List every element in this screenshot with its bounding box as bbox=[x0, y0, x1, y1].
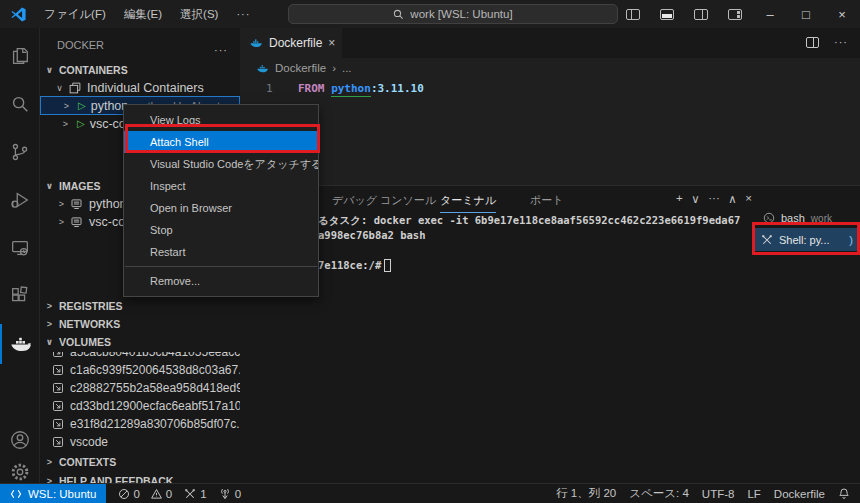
tasks-indicator[interactable]: 1 bbox=[184, 488, 206, 500]
volumes-list: a5cacb80401b5cb4a1055eeacc0e... c1a6c939… bbox=[40, 352, 240, 456]
docker-view-icon[interactable] bbox=[0, 324, 40, 364]
tab-label: Dockerfile bbox=[269, 36, 322, 50]
bell-icon[interactable] bbox=[838, 487, 850, 500]
remote-explorer-icon[interactable] bbox=[0, 228, 40, 268]
chevron-down-icon: ∨ bbox=[54, 83, 65, 93]
terminal-output[interactable]: るタスク: docker exec -it 6b9e17e118ce8aaf56… bbox=[318, 213, 740, 273]
editor-more-icon[interactable]: ··· bbox=[834, 36, 848, 48]
vscode-logo bbox=[10, 6, 27, 23]
tab-terminal[interactable]: ターミナル bbox=[440, 193, 496, 213]
annotation-box-shell-terminal bbox=[752, 222, 860, 255]
editor-tab-bar: Dockerfile × bbox=[240, 28, 860, 58]
activity-bar bbox=[0, 28, 40, 483]
volume-icon bbox=[52, 418, 64, 430]
antenna-icon bbox=[219, 488, 231, 500]
remote-icon bbox=[10, 488, 22, 500]
breadcrumb-file: Dockerfile bbox=[275, 62, 326, 74]
volume-icon bbox=[52, 400, 64, 412]
window-minimize-button[interactable]: – bbox=[752, 7, 788, 22]
encoding[interactable]: UTF-8 bbox=[702, 488, 735, 500]
toggle-secondary-sidebar-icon[interactable] bbox=[694, 9, 708, 20]
search-view-icon[interactable] bbox=[0, 84, 40, 124]
annotation-box-attach-shell bbox=[125, 124, 320, 153]
menu-edit[interactable]: 編集(E) bbox=[115, 7, 171, 22]
eol[interactable]: LF bbox=[747, 488, 760, 500]
editor-code-area[interactable]: 1 FROM python:3.11.10 bbox=[240, 78, 860, 185]
window-close-button[interactable]: × bbox=[824, 7, 860, 22]
panel-maximize-icon[interactable]: ∧ bbox=[728, 192, 736, 206]
tools-icon bbox=[184, 488, 196, 500]
volume-icon bbox=[52, 382, 64, 394]
terminal-dropdown-icon[interactable]: ∨ bbox=[691, 192, 699, 206]
section-networks[interactable]: >NETWORKS bbox=[40, 314, 240, 333]
image-icon bbox=[70, 198, 83, 210]
menu-item-remove[interactable]: Remove... bbox=[124, 270, 318, 292]
terminal-cursor bbox=[384, 259, 391, 272]
toggle-panel-icon[interactable] bbox=[660, 9, 674, 20]
split-editor-icon[interactable] bbox=[806, 37, 819, 48]
tree-item-volume[interactable]: c1a6c939f520064538d8c03a67... bbox=[40, 361, 240, 379]
menu-item-inspect[interactable]: Inspect bbox=[124, 175, 318, 197]
chevron-down-icon: ∨ bbox=[44, 65, 55, 75]
menu-item-attach-vscode[interactable]: Visual Studio Codeをアタッチする bbox=[124, 153, 318, 175]
tree-item-volume[interactable]: cd33bd12900ecfac6eabf517a10... bbox=[40, 397, 240, 415]
chevron-right-icon: > bbox=[44, 457, 55, 467]
customize-layout-icon[interactable] bbox=[728, 9, 742, 20]
window-maximize-button[interactable]: □ bbox=[788, 7, 824, 22]
menu-file[interactable]: ファイル(F) bbox=[35, 7, 115, 22]
section-registries[interactable]: >REGISTRIES bbox=[40, 296, 240, 315]
chevron-right-icon: > bbox=[44, 476, 55, 484]
tab-close-icon[interactable]: × bbox=[328, 36, 335, 50]
menu-separator bbox=[125, 266, 317, 267]
run-debug-icon[interactable] bbox=[0, 180, 40, 220]
section-volumes[interactable]: ∨VOLUMES bbox=[40, 332, 240, 351]
container-running-icon: ▷ bbox=[78, 100, 86, 111]
docker-file-icon bbox=[256, 62, 269, 75]
volume-icon bbox=[52, 352, 64, 358]
tab-debug-console[interactable]: デバッグ コンソール bbox=[332, 193, 436, 208]
remote-indicator[interactable]: WSL: Ubuntu bbox=[0, 484, 106, 503]
breadcrumb[interactable]: Dockerfile › ... bbox=[240, 58, 860, 78]
container-group-icon bbox=[69, 82, 81, 94]
source-control-icon[interactable] bbox=[0, 132, 40, 172]
menu-item-open-in-browser[interactable]: Open in Browser bbox=[124, 197, 318, 219]
command-center-search[interactable]: work [WSL: Ubuntu] bbox=[288, 4, 618, 24]
chevron-down-icon: ∨ bbox=[44, 181, 55, 191]
chevron-right-icon: > bbox=[44, 301, 55, 311]
breadcrumb-more: ... bbox=[342, 62, 352, 74]
menu-item-stop[interactable]: Stop bbox=[124, 219, 318, 241]
panel-close-icon[interactable]: × bbox=[745, 192, 752, 206]
section-contexts[interactable]: >CONTEXTS bbox=[40, 452, 240, 471]
line-number: 1 bbox=[266, 82, 273, 95]
tree-item-volume[interactable]: e31f8d21289a830706b85df07c... bbox=[40, 415, 240, 433]
menu-select[interactable]: 選択(S) bbox=[171, 7, 227, 22]
section-containers[interactable]: ∨CONTAINERS bbox=[40, 60, 240, 79]
error-icon bbox=[118, 488, 130, 500]
menu-item-restart[interactable]: Restart bbox=[124, 241, 318, 263]
ports-indicator[interactable]: 0 bbox=[219, 488, 241, 500]
chevron-right-icon: > bbox=[61, 101, 72, 111]
explorer-icon[interactable] bbox=[0, 36, 40, 76]
problems-indicator[interactable]: 0 0 bbox=[118, 488, 172, 500]
section-help[interactable]: >HELP AND FEEDBACK bbox=[40, 471, 240, 483]
indentation[interactable]: スペース: 4 bbox=[629, 486, 689, 501]
panel-more-icon[interactable]: ··· bbox=[708, 192, 720, 206]
extensions-icon[interactable] bbox=[0, 276, 40, 316]
volume-icon bbox=[52, 364, 64, 376]
language-mode[interactable]: Dockerfile bbox=[774, 488, 825, 500]
cursor-position[interactable]: 行 1、列 20 bbox=[556, 486, 616, 501]
tree-item-volume[interactable]: a5cacb80401b5cb4a1055eeacc0e... bbox=[40, 352, 240, 361]
tree-item-volume[interactable]: vscode bbox=[40, 433, 240, 451]
sidebar-more-icon[interactable]: ··· bbox=[214, 44, 228, 56]
tab-ports[interactable]: ポート bbox=[530, 193, 564, 208]
code-line: FROM python:3.11.10 bbox=[298, 82, 424, 95]
tree-item-volume[interactable]: c28882755b2a58ea958d418ed9... bbox=[40, 379, 240, 397]
volume-icon bbox=[52, 436, 64, 448]
chevron-right-icon: > bbox=[56, 199, 67, 209]
tab-dockerfile[interactable]: Dockerfile × bbox=[240, 28, 342, 58]
menubar-more-icon[interactable]: ··· bbox=[227, 8, 259, 20]
toggle-sidebar-icon[interactable] bbox=[626, 9, 640, 20]
chevron-right-icon: > bbox=[60, 119, 71, 129]
tree-item-individual-containers[interactable]: ∨ Individual Containers bbox=[40, 78, 240, 97]
new-terminal-icon[interactable]: + bbox=[676, 192, 683, 206]
